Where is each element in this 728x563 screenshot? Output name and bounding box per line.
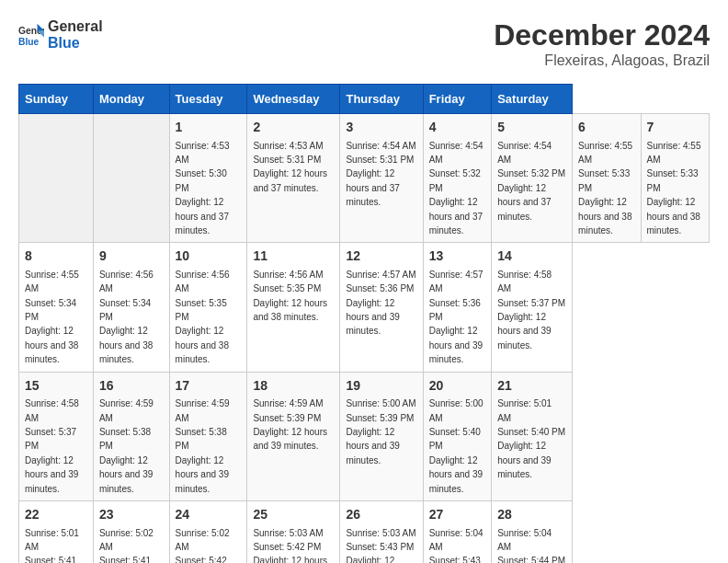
calendar-cell: 23Sunrise: 5:02 AMSunset: 5:41 PMDayligh… (93, 500, 169, 563)
calendar-cell: 16Sunrise: 4:59 AMSunset: 5:38 PMDayligh… (93, 372, 169, 500)
calendar-cell: 12Sunrise: 4:57 AMSunset: 5:36 PMDayligh… (340, 243, 423, 372)
header-saturday: Saturday (492, 85, 573, 114)
calendar-cell: 26Sunrise: 5:03 AMSunset: 5:43 PMDayligh… (340, 500, 423, 563)
header-monday: Monday (93, 85, 169, 114)
calendar-cell: 17Sunrise: 4:59 AMSunset: 5:38 PMDayligh… (169, 372, 247, 500)
calendar-cell: 5Sunrise: 4:54 AMSunset: 5:32 PMDaylight… (492, 114, 573, 243)
calendar-cell: 2Sunrise: 4:53 AMSunset: 5:31 PMDaylight… (247, 114, 340, 243)
calendar-cell: 25Sunrise: 5:03 AMSunset: 5:42 PMDayligh… (247, 500, 340, 563)
calendar-cell: 13Sunrise: 4:57 AMSunset: 5:36 PMDayligh… (423, 243, 492, 372)
calendar-week-row: 15Sunrise: 4:58 AMSunset: 5:37 PMDayligh… (19, 372, 710, 500)
calendar-cell-empty (93, 114, 169, 243)
calendar-cell: 22Sunrise: 5:01 AMSunset: 5:41 PMDayligh… (19, 500, 94, 563)
calendar-cell: 20Sunrise: 5:00 AMSunset: 5:40 PMDayligh… (423, 372, 492, 500)
calendar-cell: 24Sunrise: 5:02 AMSunset: 5:42 PMDayligh… (169, 500, 247, 563)
calendar-cell: 9Sunrise: 4:56 AMSunset: 5:34 PMDaylight… (93, 243, 169, 372)
calendar-cell: 1Sunrise: 4:53 AMSunset: 5:30 PMDaylight… (169, 114, 247, 243)
calendar-week-row: 22Sunrise: 5:01 AMSunset: 5:41 PMDayligh… (19, 500, 710, 563)
svg-text:Blue: Blue (18, 37, 40, 47)
location-subtitle: Flexeiras, Alagoas, Brazil (494, 52, 710, 69)
header-wednesday: Wednesday (247, 85, 340, 114)
calendar-cell: 28Sunrise: 5:04 AMSunset: 5:44 PMDayligh… (492, 500, 573, 563)
calendar-cell: 3Sunrise: 4:54 AMSunset: 5:31 PMDaylight… (340, 114, 423, 243)
calendar-cell: 11Sunrise: 4:56 AMSunset: 5:35 PMDayligh… (247, 243, 340, 372)
calendar-week-row: 8Sunrise: 4:55 AMSunset: 5:34 PMDaylight… (19, 243, 710, 372)
calendar-cell: 10Sunrise: 4:56 AMSunset: 5:35 PMDayligh… (169, 243, 247, 372)
calendar-table: SundayMondayTuesdayWednesdayThursdayFrid… (18, 84, 710, 563)
calendar-cell: 4Sunrise: 4:54 AMSunset: 5:32 PMDaylight… (423, 114, 492, 243)
calendar-header-row: SundayMondayTuesdayWednesdayThursdayFrid… (19, 85, 710, 114)
logo-icon: General Blue (18, 22, 44, 48)
calendar-cell: 7Sunrise: 4:55 AMSunset: 5:33 PMDaylight… (641, 114, 709, 243)
header-tuesday: Tuesday (169, 85, 247, 114)
logo: General Blue General Blue (18, 18, 103, 51)
calendar-cell: 6Sunrise: 4:55 AMSunset: 5:33 PMDaylight… (573, 114, 641, 243)
calendar-week-row: 1Sunrise: 4:53 AMSunset: 5:30 PMDaylight… (19, 114, 710, 243)
calendar-cell: 27Sunrise: 5:04 AMSunset: 5:43 PMDayligh… (423, 500, 492, 563)
calendar-cell: 8Sunrise: 4:55 AMSunset: 5:34 PMDaylight… (19, 243, 94, 372)
calendar-title-area: December 2024 Flexeiras, Alagoas, Brazil (494, 18, 710, 69)
calendar-cell: 21Sunrise: 5:01 AMSunset: 5:40 PMDayligh… (492, 372, 573, 500)
logo-blue-text: Blue (48, 35, 103, 52)
calendar-cell-empty (19, 114, 94, 243)
calendar-cell: 14Sunrise: 4:58 AMSunset: 5:37 PMDayligh… (492, 243, 573, 372)
header-sunday: Sunday (19, 85, 94, 114)
calendar-cell: 15Sunrise: 4:58 AMSunset: 5:37 PMDayligh… (19, 372, 94, 500)
calendar-cell: 18Sunrise: 4:59 AMSunset: 5:39 PMDayligh… (247, 372, 340, 500)
header-friday: Friday (423, 85, 492, 114)
month-year-title: December 2024 (494, 18, 710, 52)
calendar-cell: 19Sunrise: 5:00 AMSunset: 5:39 PMDayligh… (340, 372, 423, 500)
header-thursday: Thursday (340, 85, 423, 114)
page-header: General Blue General Blue December 2024 … (18, 18, 710, 69)
logo-general-text: General (48, 18, 103, 35)
